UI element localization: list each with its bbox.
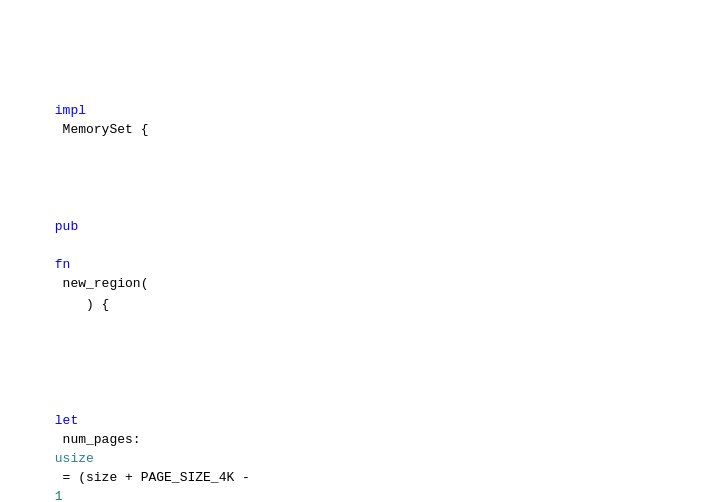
code-line-1: impl MemorySet { [0, 82, 724, 101]
code-line-2: pub fn new_region( [0, 179, 724, 198]
code-line-4: let num_pages: usize = (size + PAGE_SIZE… [0, 373, 724, 392]
type-usize-1: usize [55, 451, 94, 466]
code-line-3: ) { [0, 276, 724, 295]
keyword-impl: impl [55, 103, 86, 118]
keyword-pub: pub [55, 219, 78, 234]
code-editor: impl MemorySet { pub fn new_region( ) { … [0, 0, 724, 502]
keyword-fn: fn [55, 257, 71, 272]
keyword-let-1: let [55, 413, 78, 428]
